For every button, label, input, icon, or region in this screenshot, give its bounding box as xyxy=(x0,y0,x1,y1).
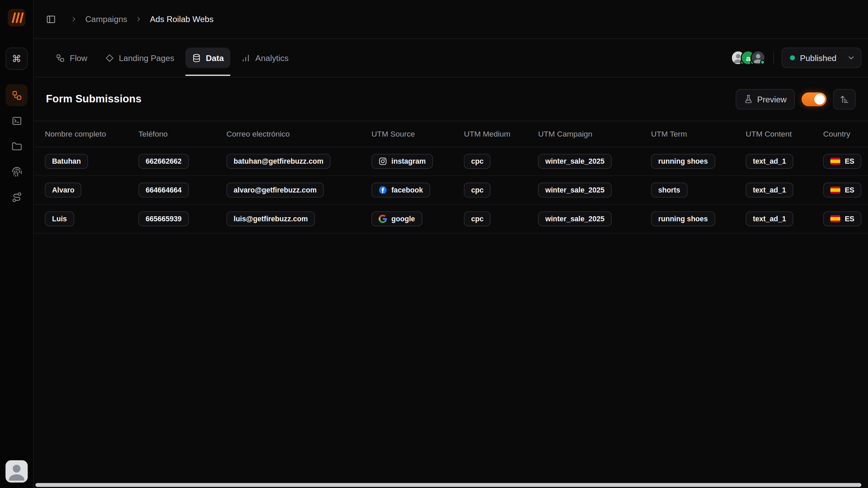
form-submissions-table: Nombre completoTeléfonoCorreo electrónic… xyxy=(34,121,868,233)
cell-utm-content-pill[interactable]: text_ad_1 xyxy=(746,154,793,169)
cell-value: 665665939 xyxy=(145,215,181,223)
tab-landing-pages[interactable]: Landing Pages xyxy=(98,47,181,68)
cell-utm-campaign-pill[interactable]: winter_sale_2025 xyxy=(538,183,612,198)
cell-utm-source-pill[interactable]: google xyxy=(372,211,422,226)
table-cell: shorts xyxy=(651,183,746,198)
cell-phone-pill[interactable]: 662662662 xyxy=(138,154,189,169)
table-cell: Luis xyxy=(45,211,138,226)
cell-value: text_ad_1 xyxy=(753,186,786,194)
table-row[interactable]: Alvaro664664664alvaro@getfirebuzz.comfac… xyxy=(34,176,868,205)
sidebar-item-campaigns[interactable] xyxy=(5,84,27,106)
cell-value: 662662662 xyxy=(145,157,181,165)
cell-value: 664664664 xyxy=(145,186,181,194)
page-title: Form Submissions xyxy=(46,93,142,105)
cell-value: Alvaro xyxy=(52,186,74,194)
cell-utm-content-pill[interactable]: text_ad_1 xyxy=(746,183,793,198)
cell-value: running shoes xyxy=(658,157,708,165)
divider xyxy=(773,51,774,64)
horizontal-scrollbar[interactable] xyxy=(35,483,861,487)
sort-button[interactable] xyxy=(833,89,856,109)
cell-utm-campaign-pill[interactable]: winter_sale_2025 xyxy=(538,211,612,226)
table-cell: google xyxy=(372,211,464,226)
cell-value: instagram xyxy=(391,157,426,165)
sidebar-toggle-button[interactable] xyxy=(46,14,56,24)
tab-analytics[interactable]: Analytics xyxy=(235,47,295,68)
cell-value: batuhan@getfirebuzz.com xyxy=(234,157,323,165)
sidebar-item-files[interactable] xyxy=(5,135,27,157)
cell-phone-pill[interactable]: 664664664 xyxy=(138,183,189,198)
column-header: Country xyxy=(823,129,868,138)
cell-utm-source-pill[interactable]: instagram xyxy=(372,154,433,169)
table-cell: running shoes xyxy=(651,154,746,169)
cell-utm-term-pill[interactable]: shorts xyxy=(651,183,687,198)
cell-name-pill[interactable]: Batuhan xyxy=(45,154,88,169)
user-photo xyxy=(5,460,27,482)
user-avatar[interactable] xyxy=(5,460,27,482)
tab-data[interactable]: Data xyxy=(185,47,231,68)
collaborator-avatar[interactable] xyxy=(751,50,766,65)
firebuzz-logo-icon[interactable] xyxy=(8,9,25,26)
cell-country-pill[interactable]: ES xyxy=(823,183,862,198)
cell-value: facebook xyxy=(391,186,423,194)
table-cell: facebook xyxy=(372,183,464,198)
sidebar-nav xyxy=(5,84,27,208)
cell-email-pill[interactable]: batuhan@getfirebuzz.com xyxy=(226,154,331,169)
table-cell: winter_sale_2025 xyxy=(538,211,651,226)
cell-utm-term-pill[interactable]: running shoes xyxy=(651,211,715,226)
cell-email-pill[interactable]: luis@getfirebuzz.com xyxy=(226,211,315,226)
cell-value: google xyxy=(391,215,415,223)
published-label: Published xyxy=(800,53,836,63)
column-header: Teléfono xyxy=(138,129,226,138)
cell-utm-campaign-pill[interactable]: winter_sale_2025 xyxy=(538,154,612,169)
cell-utm-medium-pill[interactable]: cpc xyxy=(464,211,491,226)
sidebar-item-terminal[interactable] xyxy=(5,109,27,131)
spain-flag-icon xyxy=(830,186,840,194)
cell-email-pill[interactable]: alvaro@getfirebuzz.com xyxy=(226,183,324,198)
table-cell: ES xyxy=(823,154,868,169)
chevron-right-icon xyxy=(70,16,77,23)
column-header: UTM Medium xyxy=(464,129,538,138)
published-dot-icon xyxy=(790,55,795,60)
table-cell: text_ad_1 xyxy=(746,183,823,198)
breadcrumb-campaigns[interactable]: Campaigns xyxy=(85,14,127,24)
preview-toggle[interactable] xyxy=(802,92,826,106)
cell-utm-medium-pill[interactable]: cpc xyxy=(464,154,491,169)
cell-value: winter_sale_2025 xyxy=(545,157,605,165)
spain-flag-icon xyxy=(830,215,840,222)
cell-name-pill[interactable]: Alvaro xyxy=(45,183,82,198)
cell-utm-source-pill[interactable]: facebook xyxy=(372,183,430,198)
table-cell: cpc xyxy=(464,183,538,198)
column-header: Nombre completo xyxy=(45,129,138,138)
table-cell: running shoes xyxy=(651,211,746,226)
sidebar-item-identity[interactable] xyxy=(5,160,27,182)
table-cell: cpc xyxy=(464,154,538,169)
cell-value: ES xyxy=(845,215,854,223)
cell-utm-medium-pill[interactable]: cpc xyxy=(464,183,491,198)
sidebar-item-routing[interactable] xyxy=(5,186,27,208)
main-area: Campaigns Ads Roilab Webs Flow Landing P… xyxy=(34,0,868,488)
publish-status-button[interactable]: Published xyxy=(782,47,861,68)
cell-phone-pill[interactable]: 665665939 xyxy=(138,211,189,226)
cell-value: luis@getfirebuzz.com xyxy=(234,215,308,223)
sidebar-rail: ⌘ xyxy=(0,0,34,488)
tab-flow[interactable]: Flow xyxy=(49,47,94,68)
chevron-down-icon[interactable] xyxy=(847,54,855,62)
table-row[interactable]: Batuhan662662662batuhan@getfirebuzz.comi… xyxy=(34,147,868,176)
workflow-icon xyxy=(11,90,22,100)
preview-button[interactable]: Preview xyxy=(735,89,795,109)
command-menu-button[interactable]: ⌘ xyxy=(5,47,27,69)
cell-country-pill[interactable]: ES xyxy=(823,211,862,226)
cell-utm-term-pill[interactable]: running shoes xyxy=(651,154,715,169)
table-cell: alvaro@getfirebuzz.com xyxy=(226,183,372,198)
table-row[interactable]: Luis665665939luis@getfirebuzz.comgooglec… xyxy=(34,205,868,233)
cell-value: cpc xyxy=(471,157,484,165)
cell-country-pill[interactable]: ES xyxy=(823,154,862,169)
tab-label: Data xyxy=(206,53,224,63)
cell-utm-content-pill[interactable]: text_ad_1 xyxy=(746,211,793,226)
collaborator-avatars[interactable]: a xyxy=(731,50,766,65)
preview-label: Preview xyxy=(757,94,787,104)
tabbar-right-cluster: a Published xyxy=(731,47,861,68)
cell-name-pill[interactable]: Luis xyxy=(45,211,74,226)
tab-bar: Flow Landing Pages Data Analytics xyxy=(34,39,868,77)
app-window: ⌘ xyxy=(0,0,868,488)
